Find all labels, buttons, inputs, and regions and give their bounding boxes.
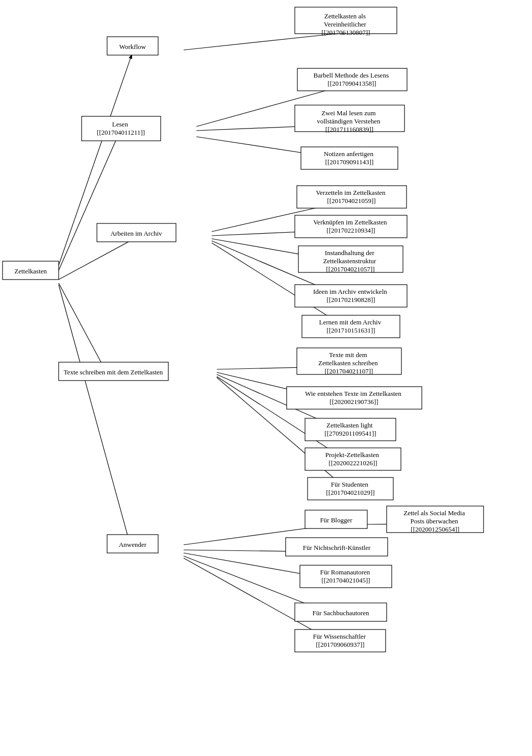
node-light[interactable]: Zettelkasten light [[2709201109541]] <box>305 418 396 441</box>
node-label-zettelkasten: Zettelkasten <box>14 267 47 275</box>
node-notizen[interactable]: Notizen anfertigen [[201709091143]] <box>301 147 398 169</box>
node-barbell[interactable]: Barbell Methode des Lesens [[20170904135… <box>297 68 407 91</box>
node-texte-schreiben[interactable]: Texte schreiben mit dem Zettelkasten <box>59 362 168 381</box>
node-zettelkasten[interactable]: Zettelkasten <box>3 261 59 280</box>
node-social-media[interactable]: Zettel als Social Media Posts überwachen… <box>387 506 484 533</box>
node-zweimal[interactable]: Zwei Mal lesen zum vollständigen Versteh… <box>295 105 404 133</box>
node-label-notizen: Notizen anfertigen [[201709091143]] <box>324 150 375 166</box>
node-label-arbeiten: Arbeiten im Archiv <box>110 230 162 237</box>
node-label-blogger: Für Blogger <box>320 516 352 524</box>
node-label-romanautoren: Für Romanautoren [[201704021045]] <box>320 568 371 584</box>
node-label-wissenschaftler: Für Wissenschaftler [[201709060937]] <box>313 633 368 648</box>
node-label-lernen: Lernen mit dem Archiv [[201710151631]] <box>319 318 383 334</box>
node-arbeiten[interactable]: Arbeiten im Archiv <box>97 223 176 242</box>
node-label-texte-schreiben: Texte schreiben mit dem Zettelkasten <box>64 368 163 376</box>
node-label-vereinheitlicher: Zettelkasten als Vereinheitlicher [[2017… <box>321 12 370 36</box>
node-wie-entstehen[interactable]: Wie entstehen Texte im Zettelkasten [[20… <box>287 387 422 409</box>
node-label-projekt: Projekt-Zettelkasten [[202002221026]] <box>325 451 381 467</box>
node-label-zweimal: Zwei Mal lesen zum vollständigen Versteh… <box>317 109 382 133</box>
node-romanautoren[interactable]: Für Romanautoren [[201704021045]] <box>300 565 392 588</box>
node-label-workflow: Workflow <box>119 43 146 51</box>
node-verknuepfen[interactable]: Verknüpfen im Zettelkasten [[20170221093… <box>295 215 407 238</box>
node-label-anwender: Anwender <box>119 541 147 548</box>
edge-zettelkasten-lesen <box>59 134 119 270</box>
node-texte-zettelkasten[interactable]: Texte mit dem Zettelkasten schreiben [[2… <box>297 348 401 375</box>
node-lesen[interactable]: Lesen [[201704011211]] <box>82 116 161 141</box>
node-verzetteln[interactable]: Verzetteln im Zettelkasten [[20170402105… <box>297 186 407 208</box>
mindmap-diagram: Zettelkasten Workflow Lesen [[2017040112… <box>0 0 532 756</box>
node-sachbuchautoren[interactable]: Für Sachbuchautoren <box>295 603 387 621</box>
node-workflow[interactable]: Workflow <box>107 37 158 55</box>
node-lernen[interactable]: Lernen mit dem Archiv [[201710151631]] <box>302 315 400 338</box>
node-label-sachbuchautoren: Für Sachbuchautoren <box>313 609 369 617</box>
edge-zettelkasten-anwender <box>59 285 132 550</box>
node-instandhaltung[interactable]: Instandhaltung der Zettelkastenstruktur … <box>298 246 403 273</box>
node-label-studenten: Für Studenten [[201704021029]] <box>326 481 374 496</box>
node-label-nichtschrift: Für Nichtschrift-Künstler <box>303 544 371 551</box>
node-label-social-media: Zettel als Social Media Posts überwachen… <box>403 509 466 533</box>
node-vereinheitlicher[interactable]: Zettelkasten als Vereinheitlicher [[2017… <box>295 7 397 36</box>
node-blogger[interactable]: Für Blogger <box>305 510 367 528</box>
node-nichtschrift[interactable]: Für Nichtschrift-Künstler <box>286 538 388 556</box>
node-ideen[interactable]: Ideen im Archiv entwickeln [[20170219082… <box>295 285 407 307</box>
node-label-light: Zettelkasten light [[2709201109541]] <box>324 421 376 437</box>
node-anwender[interactable]: Anwender <box>107 535 158 553</box>
node-wissenschaftler[interactable]: Für Wissenschaftler [[201709060937]] <box>295 629 386 652</box>
node-label-instandhaltung: Instandhaltung der Zettelkastenstruktur … <box>323 249 377 273</box>
node-studenten[interactable]: Für Studenten [[201704021029]] <box>308 477 393 500</box>
node-projekt[interactable]: Projekt-Zettelkasten [[202002221026]] <box>305 448 401 470</box>
